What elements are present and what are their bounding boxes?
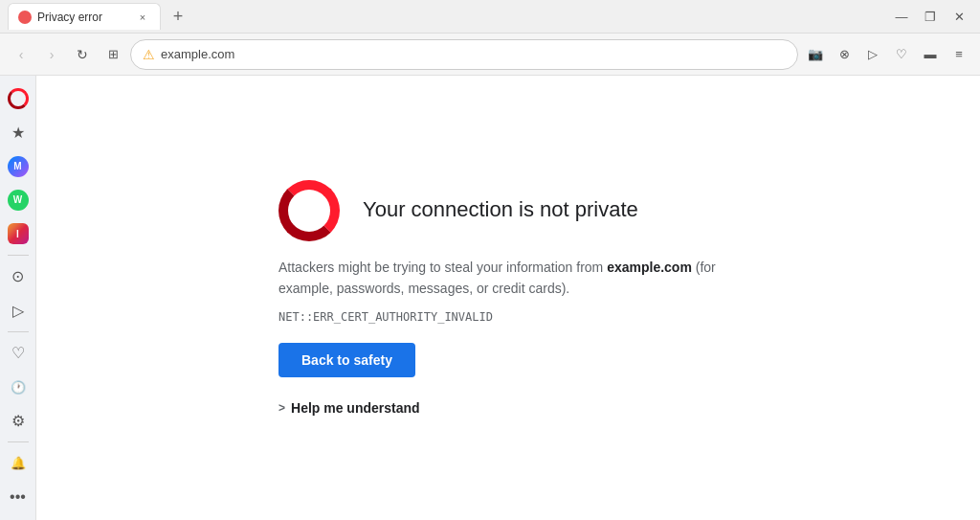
- sidebar-item-more[interactable]: •••: [3, 483, 33, 512]
- title-bar: Privacy error × + — ❐ ✕: [0, 0, 980, 34]
- tab-favicon: [18, 11, 32, 24]
- notifications-icon: 🔔: [11, 456, 26, 470]
- error-site-name: example.com: [607, 260, 692, 275]
- sidebar-item-bookmarks[interactable]: ★: [3, 117, 33, 147]
- close-button[interactable]: ✕: [946, 3, 972, 30]
- minimize-button[interactable]: —: [888, 3, 915, 30]
- error-description-part1: Attackers might be trying to steal your …: [278, 260, 607, 275]
- sidebar-item-vpn[interactable]: ⊙: [3, 261, 33, 291]
- nav-bar: ‹ › ↻ ⊞ ⚠ example.com 📷 ⊗ ▷ ♡ ▬ ≡: [0, 34, 980, 76]
- new-tab-button[interactable]: +: [165, 3, 191, 30]
- help-label: Help me understand: [291, 400, 420, 416]
- tab-area: Privacy error × +: [8, 0, 888, 33]
- whatsapp-icon: W: [8, 190, 29, 211]
- back-to-safety-button[interactable]: Back to safety: [278, 343, 415, 377]
- address-bar[interactable]: ⚠ example.com: [130, 39, 798, 70]
- opera-logo-icon: [8, 88, 29, 109]
- sidebar-divider-1: [8, 255, 29, 256]
- error-description: Attackers might be trying to steal your …: [278, 257, 738, 300]
- nav-right-actions: 📷 ⊗ ▷ ♡ ▬ ≡: [802, 41, 972, 68]
- play-button[interactable]: ▷: [859, 41, 886, 68]
- tab-title: Privacy error: [37, 11, 129, 24]
- sidebar-item-history[interactable]: 🕐: [3, 372, 33, 401]
- history-icon: 🕐: [11, 380, 26, 395]
- reload-button[interactable]: ↻: [69, 41, 96, 68]
- active-tab[interactable]: Privacy error ×: [8, 3, 161, 30]
- error-title: Your connection is not private: [363, 196, 638, 224]
- back-button[interactable]: ‹: [8, 41, 34, 68]
- grid-button[interactable]: ⊞: [100, 41, 126, 68]
- camera-button[interactable]: 📷: [802, 41, 829, 68]
- messenger-icon: M: [8, 156, 29, 177]
- forward-button[interactable]: ›: [38, 41, 65, 68]
- main-layout: ★ M W I ⊙ ▷ ♡ 🕐: [0, 76, 980, 520]
- sidebar-divider-3: [8, 441, 29, 442]
- more-icon: •••: [10, 488, 26, 506]
- flow-icon: ▷: [12, 302, 24, 320]
- error-container: Your connection is not private Attackers…: [259, 161, 757, 436]
- instagram-icon: I: [8, 223, 29, 244]
- sidebar-item-opera[interactable]: [3, 83, 33, 113]
- menu-button[interactable]: ≡: [946, 41, 972, 68]
- help-chevron-icon: >: [278, 401, 285, 415]
- address-text: example.com: [161, 47, 234, 61]
- sidebar-item-heart[interactable]: ♡: [3, 338, 33, 368]
- heart-nav-button[interactable]: ♡: [888, 41, 915, 68]
- error-code: NET::ERR_CERT_AUTHORITY_INVALID: [278, 310, 493, 324]
- warning-icon: ⚠: [143, 47, 155, 62]
- vpn-icon: ⊙: [11, 267, 24, 285]
- error-header: Your connection is not private: [278, 180, 638, 241]
- sidebar-item-instagram[interactable]: I: [3, 219, 33, 249]
- opera-ring-icon: [278, 180, 340, 241]
- page-content: Your connection is not private Attackers…: [36, 76, 980, 520]
- sidebar-item-flow[interactable]: ▷: [3, 296, 33, 326]
- bookmarks-icon: ★: [11, 124, 25, 142]
- sidebar-item-settings[interactable]: ⚙: [3, 406, 33, 436]
- opera-logo-large: [278, 180, 340, 241]
- settings-icon: ⚙: [11, 412, 25, 430]
- sidebar-item-whatsapp[interactable]: W: [3, 185, 33, 215]
- window-controls: — ❐ ✕: [888, 3, 972, 30]
- tab-close-button[interactable]: ×: [135, 10, 150, 25]
- sidebar-item-messenger[interactable]: M: [3, 151, 33, 181]
- sidebar-divider-2: [8, 331, 29, 332]
- sidebar-item-notifications[interactable]: 🔔: [3, 448, 33, 478]
- help-section[interactable]: > Help me understand: [278, 400, 420, 416]
- battery-icon: ▬: [917, 41, 944, 68]
- shield-button[interactable]: ⊗: [831, 41, 858, 68]
- restore-button[interactable]: ❐: [917, 3, 944, 30]
- sidebar: ★ M W I ⊙ ▷ ♡ 🕐: [0, 76, 36, 520]
- heart-icon: ♡: [11, 344, 25, 362]
